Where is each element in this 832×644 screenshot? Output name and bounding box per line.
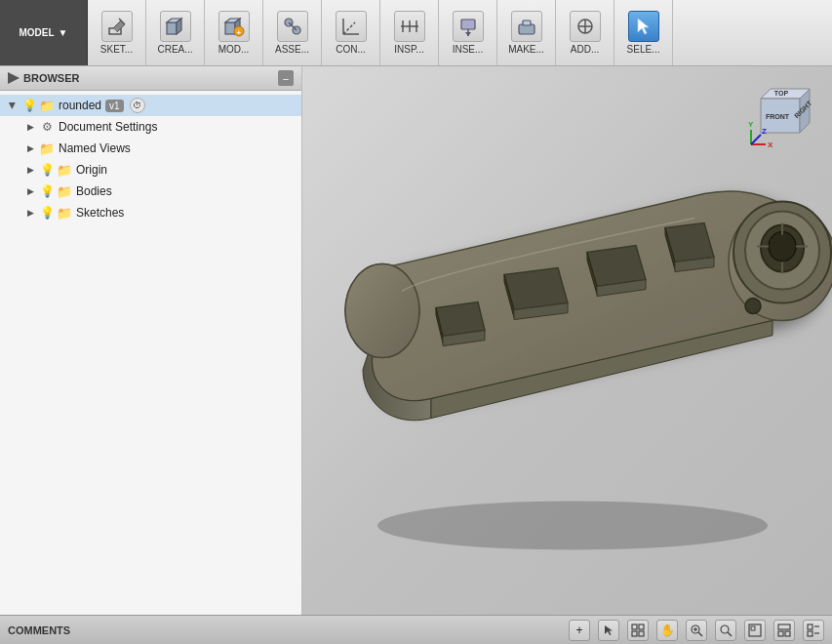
tree-root-item[interactable]: ▶ 💡 📁 roundedv1 ⏱ xyxy=(0,95,301,116)
toolbar-group-create: CREA... xyxy=(146,0,205,65)
folder-icon: 📁 xyxy=(39,141,55,156)
assemble-icon[interactable] xyxy=(277,11,308,42)
inspect-label: INSP... xyxy=(394,44,423,55)
zoom-button[interactable] xyxy=(715,620,736,641)
history-icon[interactable]: ⏱ xyxy=(130,98,145,113)
svg-marker-23 xyxy=(8,72,20,84)
svg-rect-2 xyxy=(167,22,177,34)
gear-icon: ⚙ xyxy=(39,119,55,135)
toolbar-group-addons: ADD... xyxy=(556,0,614,65)
document-settings-arrow: ▶ xyxy=(23,120,37,134)
tree-item-document-settings[interactable]: ▶ ⚙ Document Settings xyxy=(0,116,301,138)
svg-rect-58 xyxy=(778,631,783,636)
addons-icon[interactable] xyxy=(570,11,601,42)
version-badge: v1 xyxy=(105,100,124,112)
browser-icon xyxy=(8,72,20,84)
grid-view-button[interactable] xyxy=(627,620,649,641)
sketches-label: Sketches xyxy=(76,206,124,220)
svg-rect-56 xyxy=(751,626,755,630)
3d-viewport[interactable]: TOP FRONT RIGHT X Y Z xyxy=(302,66,832,615)
pan-tool-button[interactable]: ✋ xyxy=(656,620,678,641)
modify-label: MOD... xyxy=(218,44,250,55)
tree-item-bodies[interactable]: ▶ 💡 📁 Bodies xyxy=(0,181,301,202)
document-settings-label: Document Settings xyxy=(59,120,157,134)
inspect-icon[interactable] xyxy=(394,11,425,42)
svg-rect-16 xyxy=(461,20,475,29)
toolbar-group-select: SELE... xyxy=(614,0,673,65)
select-icon[interactable] xyxy=(628,11,659,42)
origin-folder-icon: 📁 xyxy=(57,162,72,178)
svg-rect-19 xyxy=(523,20,531,25)
root-arrow: ▶ xyxy=(6,99,20,112)
main-area: BROWSER – ▶ 💡 📁 roundedv1 ⏱ ▶ ⚙ Document… xyxy=(0,66,832,615)
svg-rect-48 xyxy=(639,631,644,636)
named-views-label: Named Views xyxy=(59,141,131,155)
select-label: SELE... xyxy=(627,44,660,55)
addons-label: ADD... xyxy=(571,44,599,55)
origin-label: Origin xyxy=(76,163,107,177)
svg-point-53 xyxy=(721,625,729,633)
bodies-folder-icon: 📁 xyxy=(57,183,72,199)
toolbar-group-construct: CON... xyxy=(322,0,380,65)
origin-arrow: ▶ xyxy=(23,163,37,177)
tree-item-origin[interactable]: ▶ 💡 📁 Origin xyxy=(0,159,301,181)
toolbar-group-insert: INSE... xyxy=(439,0,497,65)
select-tool-button[interactable] xyxy=(598,620,619,641)
model-arrow: ▼ xyxy=(59,27,68,38)
svg-rect-60 xyxy=(808,624,812,629)
model-menu-button[interactable]: MODEL ▼ xyxy=(0,0,88,65)
construct-icon[interactable] xyxy=(336,11,367,42)
sketches-arrow: ▶ xyxy=(23,206,37,220)
root-bulb-icon: 💡 xyxy=(21,98,37,113)
toolbar-group-sketch: SKET... xyxy=(88,0,146,65)
toolbar-group-make: MAKE... xyxy=(497,0,556,65)
root-folder-icon: 📁 xyxy=(39,98,55,113)
svg-line-11 xyxy=(343,22,355,34)
insert-icon[interactable] xyxy=(453,11,484,42)
svg-rect-62 xyxy=(808,631,812,636)
tree-item-sketches[interactable]: ▶ 💡 📁 Sketches xyxy=(0,202,301,223)
sketches-bulb-icon: 💡 xyxy=(39,205,55,221)
comments-label: COMMENTS xyxy=(8,624,561,636)
svg-point-44 xyxy=(745,299,761,314)
svg-rect-45 xyxy=(632,624,637,629)
svg-rect-47 xyxy=(632,631,637,636)
svg-text:+: + xyxy=(236,28,241,37)
toolbar: MODEL ▼ SKET... CREA... + xyxy=(0,0,832,66)
bodies-label: Bodies xyxy=(76,184,112,198)
create-icon[interactable] xyxy=(160,11,191,42)
make-label: MAKE... xyxy=(508,44,544,55)
sketches-folder-icon: 📁 xyxy=(57,205,72,221)
statusbar: COMMENTS + ✋ xyxy=(0,615,832,644)
toolbar-groups: SKET... CREA... + MOD... xyxy=(88,0,832,65)
add-comment-button[interactable]: + xyxy=(569,620,590,641)
svg-line-54 xyxy=(728,632,732,636)
zoom-plus-button[interactable] xyxy=(686,620,707,641)
svg-rect-59 xyxy=(785,631,790,636)
browser-label: BROWSER xyxy=(23,72,79,84)
layout-button[interactable] xyxy=(773,620,795,641)
toolbar-group-modify: + MOD... xyxy=(205,0,263,65)
browser-collapse-button[interactable]: – xyxy=(278,70,294,86)
sketch-icon[interactable] xyxy=(101,11,133,42)
3d-part xyxy=(302,116,832,584)
modify-icon[interactable]: + xyxy=(218,11,250,42)
svg-point-38 xyxy=(345,264,419,358)
model-label: MODEL xyxy=(19,27,54,38)
browser-title: BROWSER xyxy=(8,72,79,84)
toolbar-group-assemble: ASSE... xyxy=(263,0,322,65)
insert-label: INSE... xyxy=(453,44,484,55)
make-icon[interactable] xyxy=(511,11,542,42)
origin-bulb-icon: 💡 xyxy=(39,162,55,178)
more-button[interactable] xyxy=(803,620,824,641)
bodies-arrow: ▶ xyxy=(23,184,37,198)
browser-header: BROWSER – xyxy=(0,66,301,91)
svg-rect-57 xyxy=(778,624,790,629)
svg-line-52 xyxy=(698,632,702,636)
toolbar-group-inspect: INSP... xyxy=(380,0,439,65)
window-button[interactable] xyxy=(744,620,766,641)
create-label: CREA... xyxy=(157,44,192,55)
tree-item-named-views[interactable]: ▶ 📁 Named Views xyxy=(0,138,301,159)
svg-point-43 xyxy=(769,232,796,262)
root-item-label: roundedv1 xyxy=(59,99,124,112)
